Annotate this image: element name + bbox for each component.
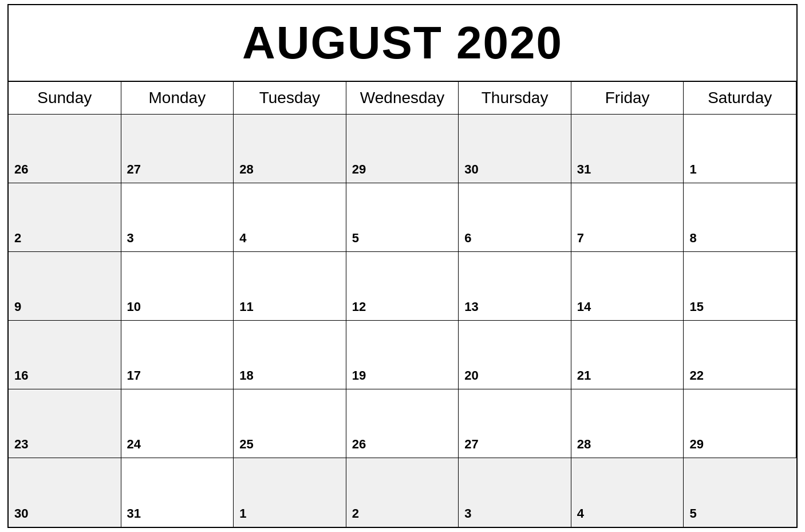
day-cell-week1-5[interactable]: 31: [571, 115, 684, 183]
day-cell-week4-2[interactable]: 18: [234, 321, 346, 389]
day-number: 30: [464, 162, 478, 177]
day-cell-week1-1[interactable]: 27: [121, 115, 234, 183]
day-number: 5: [689, 506, 696, 521]
day-number: 5: [352, 231, 359, 246]
day-cell-week2-6[interactable]: 8: [684, 183, 796, 252]
day-cell-week4-6[interactable]: 22: [684, 321, 796, 389]
day-cell-week6-3[interactable]: 2: [346, 458, 459, 527]
day-number: 4: [239, 231, 246, 246]
calendar-grid: SundayMondayTuesdayWednesdayThursdayFrid…: [9, 82, 796, 527]
day-cell-week3-4[interactable]: 13: [459, 252, 571, 321]
calendar: AUGUST 2020 SundayMondayTuesdayWednesday…: [7, 4, 798, 528]
day-number: 1: [239, 506, 246, 521]
day-cell-week4-1[interactable]: 17: [121, 321, 234, 389]
day-cell-week3-0[interactable]: 9: [9, 252, 121, 321]
day-number: 30: [14, 506, 28, 521]
day-cell-week2-2[interactable]: 4: [234, 183, 346, 252]
day-number: 11: [239, 300, 253, 314]
day-number: 24: [127, 437, 141, 452]
day-number: 1: [689, 162, 696, 177]
day-cell-week6-4[interactable]: 3: [459, 458, 571, 527]
day-cell-week6-2[interactable]: 1: [234, 458, 346, 527]
day-cell-week1-2[interactable]: 28: [234, 115, 346, 183]
day-number: 12: [352, 300, 366, 314]
header-monday: Monday: [121, 82, 234, 115]
day-number: 15: [689, 300, 703, 314]
day-number: 28: [239, 162, 253, 177]
day-number: 2: [14, 231, 21, 246]
day-cell-week4-5[interactable]: 21: [571, 321, 684, 389]
day-cell-week2-3[interactable]: 5: [346, 183, 459, 252]
day-cell-week2-5[interactable]: 7: [571, 183, 684, 252]
day-number: 20: [464, 368, 478, 383]
day-number: 4: [577, 506, 584, 521]
day-cell-week4-0[interactable]: 16: [9, 321, 121, 389]
day-cell-week3-3[interactable]: 12: [346, 252, 459, 321]
day-number: 29: [689, 437, 703, 452]
day-cell-week5-3[interactable]: 26: [346, 389, 459, 458]
day-cell-week4-4[interactable]: 20: [459, 321, 571, 389]
day-number: 31: [577, 162, 591, 177]
day-cell-week6-0[interactable]: 30: [9, 458, 121, 527]
day-number: 26: [14, 162, 28, 177]
day-cell-week4-3[interactable]: 19: [346, 321, 459, 389]
day-cell-week3-5[interactable]: 14: [571, 252, 684, 321]
day-number: 6: [464, 231, 471, 246]
day-cell-week5-6[interactable]: 29: [684, 389, 796, 458]
day-number: 2: [352, 506, 359, 521]
day-number: 29: [352, 162, 366, 177]
header-thursday: Thursday: [459, 82, 571, 115]
header-wednesday: Wednesday: [346, 82, 459, 115]
day-cell-week5-1[interactable]: 24: [121, 389, 234, 458]
day-cell-week3-2[interactable]: 11: [234, 252, 346, 321]
day-number: 31: [127, 506, 141, 521]
day-number: 28: [577, 437, 591, 452]
day-cell-week5-0[interactable]: 23: [9, 389, 121, 458]
day-cell-week6-1[interactable]: 31: [121, 458, 234, 527]
day-cell-week2-1[interactable]: 3: [121, 183, 234, 252]
day-number: 3: [464, 506, 471, 521]
day-number: 7: [577, 231, 584, 246]
day-cell-week1-6[interactable]: 1: [684, 115, 796, 183]
day-cell-week3-1[interactable]: 10: [121, 252, 234, 321]
day-number: 26: [352, 437, 366, 452]
day-cell-week1-3[interactable]: 29: [346, 115, 459, 183]
day-number: 18: [239, 368, 253, 383]
day-number: 27: [464, 437, 478, 452]
day-cell-week2-0[interactable]: 2: [9, 183, 121, 252]
day-number: 23: [14, 437, 28, 452]
header-saturday: Saturday: [684, 82, 796, 115]
day-number: 3: [127, 231, 134, 246]
calendar-title: AUGUST 2020: [9, 5, 796, 82]
day-number: 10: [127, 300, 141, 314]
day-number: 8: [689, 231, 696, 246]
day-number: 9: [14, 300, 21, 314]
day-cell-week3-6[interactable]: 15: [684, 252, 796, 321]
day-cell-week1-4[interactable]: 30: [459, 115, 571, 183]
day-cell-week5-5[interactable]: 28: [571, 389, 684, 458]
day-number: 25: [239, 437, 253, 452]
header-friday: Friday: [571, 82, 684, 115]
day-cell-week5-2[interactable]: 25: [234, 389, 346, 458]
header-sunday: Sunday: [9, 82, 121, 115]
day-cell-week6-6[interactable]: 5: [684, 458, 796, 527]
day-number: 19: [352, 368, 366, 383]
day-cell-week5-4[interactable]: 27: [459, 389, 571, 458]
day-cell-week2-4[interactable]: 6: [459, 183, 571, 252]
header-tuesday: Tuesday: [234, 82, 346, 115]
day-number: 21: [577, 368, 591, 383]
day-cell-week1-0[interactable]: 26: [9, 115, 121, 183]
day-number: 13: [464, 300, 478, 314]
day-number: 17: [127, 368, 141, 383]
day-number: 16: [14, 368, 28, 383]
day-number: 27: [127, 162, 141, 177]
day-number: 22: [689, 368, 703, 383]
day-cell-week6-5[interactable]: 4: [571, 458, 684, 527]
day-number: 14: [577, 300, 591, 314]
